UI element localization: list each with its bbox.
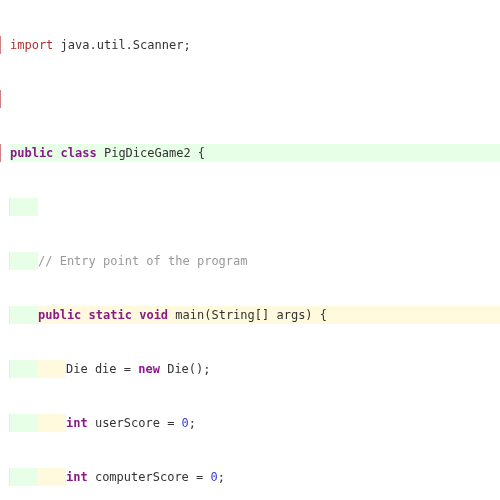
keyword-public: public [10, 146, 53, 160]
code-line[interactable]: // Entry point of the program [0, 252, 500, 270]
code-editor[interactable]: import java.util.Scanner; public class P… [0, 0, 500, 500]
keyword-import: import [10, 38, 53, 52]
code-line[interactable]: import java.util.Scanner; [0, 36, 500, 54]
code-line[interactable]: Die die = new Die(); [0, 360, 500, 378]
comment: // Entry point of the program [38, 254, 248, 268]
code-line[interactable]: int computerScore = 0; [0, 468, 500, 486]
code-line[interactable]: public class PigDiceGame2 { [0, 144, 500, 162]
code-line[interactable] [0, 198, 500, 216]
code-line[interactable]: public static void main(String[] args) { [0, 306, 500, 324]
code-line[interactable] [0, 90, 500, 108]
keyword-class: class [61, 146, 97, 160]
code-line[interactable]: int userScore = 0; [0, 414, 500, 432]
gutter [0, 36, 10, 54]
